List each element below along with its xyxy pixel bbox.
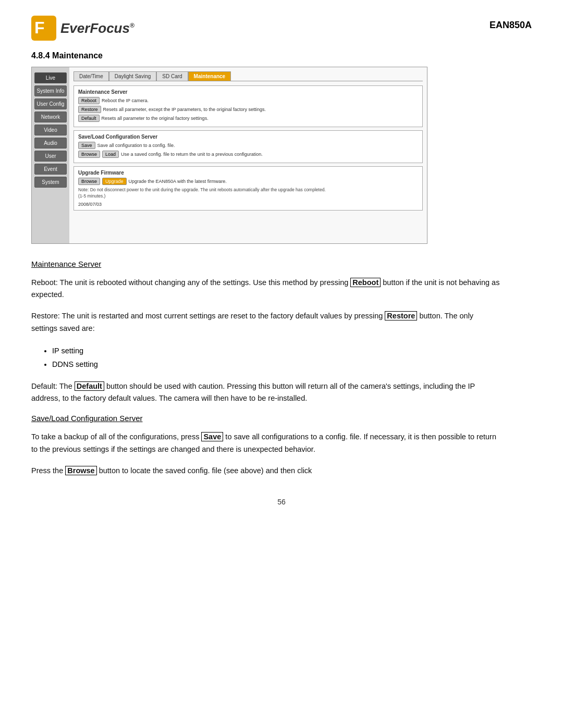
default-inline-button: Default: [75, 381, 104, 391]
ui-screenshot: Live System Info User Config Network Vid…: [31, 67, 427, 244]
maintenance-server-heading: Maintenance Server: [31, 260, 500, 268]
sidebar-item-live[interactable]: Live: [34, 72, 67, 83]
upgrade-firmware-title: Upgrade Firmware: [78, 170, 418, 176]
upgrade-firmware-panel: Upgrade Firmware Browse Upgrade Upgrade …: [74, 166, 423, 211]
page-number: 56: [31, 498, 532, 506]
sidebar-item-audio[interactable]: Audio: [34, 138, 67, 149]
default-description: Resets all parameter to the original fac…: [102, 116, 209, 121]
save-load-panel: Save/Load Configuration Server Save Save…: [74, 130, 423, 163]
logo-text: EverFocus®: [60, 20, 134, 36]
sidebar-item-network[interactable]: Network: [34, 112, 67, 122]
reboot-paragraph: Reboot: The unit is rebooted without cha…: [31, 277, 500, 301]
restore-inline-button: Restore: [385, 311, 417, 320]
save-button[interactable]: Save: [78, 142, 95, 149]
page-header: F EverFocus® EAN850A: [31, 16, 532, 41]
upgrade-note: Note: Do not disconnect power to the uni…: [78, 187, 418, 200]
upgrade-description: Upgrade the EAN850A with the latest firm…: [129, 179, 227, 184]
load-button[interactable]: Load: [102, 151, 119, 158]
logo: F EverFocus®: [31, 16, 134, 41]
tab-sd-card[interactable]: SD Card: [156, 71, 188, 81]
reboot-button[interactable]: Reboot: [78, 97, 100, 104]
everfocus-logo-icon: F: [31, 16, 56, 41]
maintenance-server-title: Maintenance Server: [78, 89, 418, 95]
sidebar-item-user[interactable]: User: [34, 151, 67, 162]
restore-button[interactable]: Restore: [78, 106, 101, 113]
save-load-title: Save/Load Configuration Server: [78, 134, 418, 140]
save-description: Save all configuration to a config. file…: [97, 143, 175, 148]
reboot-description: Reboot the IP camera.: [102, 98, 149, 103]
tab-datetime[interactable]: Date/Time: [74, 71, 109, 81]
browse-firmware-button[interactable]: Browse: [78, 178, 100, 185]
model-number: EAN850A: [489, 20, 532, 31]
reboot-inline-button: Reboot: [350, 278, 381, 287]
sidebar-item-system-info[interactable]: System Info: [34, 85, 67, 96]
sidebar-item-user-config[interactable]: User Config: [34, 98, 67, 109]
settings-list: IP setting DDNS setting: [52, 344, 500, 371]
save-load-heading: Save/Load Configuration Server: [31, 414, 500, 423]
save-load-paragraph: To take a backup of all of the configura…: [31, 431, 500, 455]
browse-config-button[interactable]: Browse: [78, 151, 100, 158]
default-button[interactable]: Default: [78, 115, 100, 122]
firmware-date: 2008/07/03: [78, 202, 418, 207]
document-body: Maintenance Server Reboot: The unit is r…: [31, 260, 500, 477]
sidebar-item-system[interactable]: System: [34, 177, 67, 188]
list-item-ddns: DDNS setting: [52, 357, 500, 371]
tab-maintenance[interactable]: Maintenance: [188, 71, 231, 81]
load-row: Browse Load Use a saved config. file to …: [78, 151, 418, 158]
load-description: Use a saved config. file to return the u…: [121, 152, 263, 157]
maintenance-server-panel: Maintenance Server Reboot Reboot the IP …: [74, 85, 423, 127]
ui-sidebar: Live System Info User Config Network Vid…: [32, 67, 69, 243]
list-item-ip: IP setting: [52, 344, 500, 357]
restore-row: Restore Resets all parameter, except the…: [78, 106, 418, 113]
section-heading: 4.8.4 Maintenance: [31, 51, 532, 60]
sidebar-item-video[interactable]: Video: [34, 125, 67, 135]
tab-daylight-saving[interactable]: Daylight Saving: [109, 71, 156, 81]
upgrade-button[interactable]: Upgrade: [102, 178, 127, 185]
default-row: Default Resets all parameter to the orig…: [78, 115, 418, 122]
browse-paragraph: Press the Browse button to locate the sa…: [31, 465, 500, 477]
default-paragraph: Default: The Default button should be us…: [31, 380, 500, 404]
save-inline-button: Save: [201, 432, 223, 441]
sidebar-item-event[interactable]: Event: [34, 164, 67, 175]
ui-main-area: Date/Time Daylight Saving SD Card Mainte…: [69, 67, 427, 243]
browse-inline-button: Browse: [65, 466, 96, 475]
restore-description: Resets all parameter, except the IP para…: [103, 107, 266, 112]
ui-tabs: Date/Time Daylight Saving SD Card Mainte…: [74, 71, 423, 81]
reboot-row: Reboot Reboot the IP camera.: [78, 97, 418, 104]
upgrade-row: Browse Upgrade Upgrade the EAN850A with …: [78, 178, 418, 185]
svg-text:F: F: [34, 18, 45, 37]
restore-paragraph: Restore: The unit is restarted and most …: [31, 310, 500, 334]
save-row: Save Save all configuration to a config.…: [78, 142, 418, 149]
